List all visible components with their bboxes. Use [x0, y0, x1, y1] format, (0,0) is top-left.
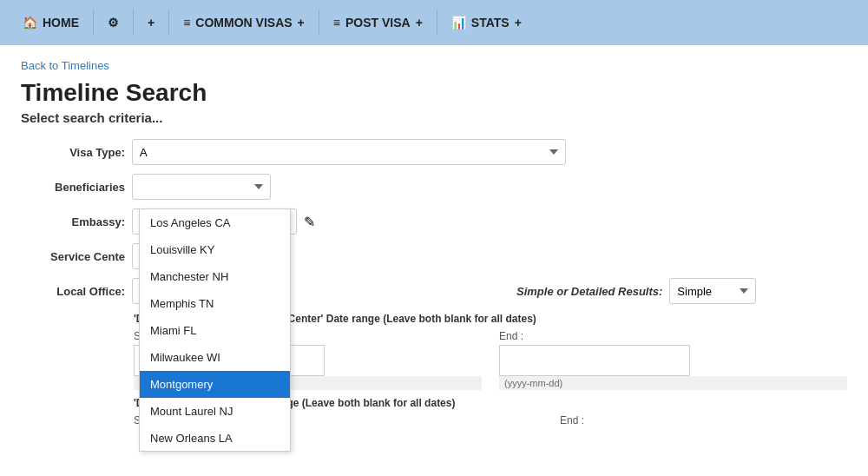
visa-type-select[interactable]: A	[132, 139, 566, 165]
dropdown-item-manchester[interactable]: Manchester NH	[140, 263, 290, 290]
dropdown-item-los-angeles[interactable]: Los Angeles CA	[140, 209, 290, 236]
local-office-label: Local Office:	[21, 285, 125, 298]
dropdown-item-miami[interactable]: Miami FL	[140, 317, 290, 344]
nav-home-label: HOME	[43, 16, 79, 30]
search-criteria-label: Select search criteria...	[21, 110, 847, 125]
gear-icon: ⚙	[108, 16, 119, 30]
results-select[interactable]: Simple Detailed	[669, 278, 756, 304]
dropdown-item-louisville[interactable]: Louisville KY	[140, 236, 290, 263]
nav-home[interactable]: 🏠 HOME	[9, 0, 93, 45]
nav-post-visa-label: POST VISA	[345, 16, 411, 30]
nav-stats[interactable]: 📊 STATS +	[437, 0, 536, 45]
main-content: Back to Timelines Timeline Search Select…	[0, 45, 868, 443]
post-visa-list-icon: ≡	[333, 16, 340, 30]
embassy-edit-icon: ✎	[304, 214, 315, 230]
service-center-label: Service Cente	[21, 250, 125, 263]
results-label: Simple or Detailed Results:	[516, 285, 662, 298]
nav-stats-label: STATS	[471, 16, 510, 30]
dropdown-item-mount-laurel[interactable]: Mount Laurel NJ	[140, 398, 290, 425]
nav-plus[interactable]: +	[134, 0, 168, 45]
list-icon: ≡	[183, 16, 190, 30]
date-range-1-end-input[interactable]	[499, 345, 690, 376]
date-range-1-end-cell: End :	[499, 330, 847, 376]
date-range-1-end-label: End :	[499, 330, 847, 342]
page-title: Timeline Search	[21, 79, 847, 107]
nav-common-visas-label: COMMON VISAS	[195, 16, 292, 30]
beneficiaries-label: Beneficiaries	[21, 181, 125, 194]
date-range-1-end-hint: (yyyy-mm-dd)	[499, 376, 847, 390]
common-visas-plus-icon: +	[298, 16, 305, 30]
dropdown-item-new-orleans[interactable]: New Orleans LA	[140, 425, 290, 452]
visa-type-row: Visa Type: A	[21, 139, 847, 165]
post-visa-plus-icon: +	[416, 16, 423, 30]
local-office-dropdown: Los Angeles CALouisville KYManchester NH…	[139, 208, 291, 452]
beneficiaries-row: Beneficiaries	[21, 174, 847, 200]
nav-settings[interactable]: ⚙	[94, 0, 133, 45]
nav-post-visa[interactable]: ≡ POST VISA +	[319, 0, 437, 45]
date-range-2-end-cell: End :	[560, 414, 847, 429]
stats-plus-icon: +	[515, 16, 522, 30]
nav-common-visas[interactable]: ≡ COMMON VISAS +	[169, 0, 319, 45]
visa-type-label: Visa Type:	[21, 146, 125, 159]
navbar: 🏠 HOME ⚙ + ≡ COMMON VISAS + ≡ POST VISA …	[0, 0, 868, 45]
dropdown-item-montgomery[interactable]: Montgomery	[140, 371, 290, 398]
date-range-2-end-label: End :	[560, 414, 847, 426]
plus-icon: +	[148, 16, 155, 30]
embassy-label: Embassy:	[21, 215, 125, 228]
dropdown-item-memphis[interactable]: Memphis TN	[140, 290, 290, 317]
home-icon: 🏠	[23, 16, 37, 30]
back-to-timelines-link[interactable]: Back to Timelines	[21, 59, 847, 72]
beneficiaries-select[interactable]	[132, 174, 271, 200]
stats-icon: 📊	[451, 16, 466, 30]
dropdown-item-milwaukee[interactable]: Milwaukee WI	[140, 344, 290, 371]
